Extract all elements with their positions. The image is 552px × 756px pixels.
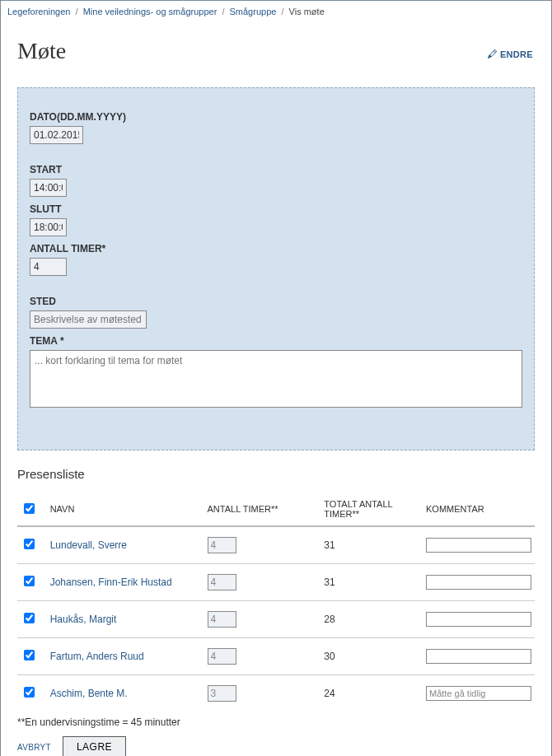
person-link[interactable]: Fartum, Anders Ruud <box>50 651 144 662</box>
breadcrumb-link-2[interactable]: Smågruppe <box>230 7 277 16</box>
table-row: Johansen, Finn-Erik Hustad31 <box>17 564 535 601</box>
table-row: Aschim, Bente M.24 <box>17 675 535 712</box>
comment-input[interactable] <box>426 575 531 590</box>
slutt-input[interactable] <box>30 218 67 236</box>
cancel-button[interactable]: AVBRYT <box>17 743 51 752</box>
col-kommentar: KOMMENTAR <box>423 491 535 526</box>
person-link[interactable]: Johansen, Finn-Erik Hustad <box>50 576 172 588</box>
total-hours: 31 <box>301 526 423 564</box>
table-row: Lundevall, Sverre31 <box>17 526 535 564</box>
breadcrumb-link-1[interactable]: Mine veilednings- og smågrupper <box>83 7 218 16</box>
row-checkbox[interactable] <box>24 650 35 660</box>
presens-heading: Presensliste <box>17 467 535 481</box>
dato-input[interactable] <box>30 126 83 144</box>
total-hours: 31 <box>301 564 423 601</box>
person-link[interactable]: Haukås, Margit <box>50 614 117 625</box>
breadcrumb-link-0[interactable]: Legeforeningen <box>7 7 70 16</box>
row-checkbox[interactable] <box>24 576 35 586</box>
person-link[interactable]: Lundevall, Sverre <box>50 539 127 551</box>
table-row: Haukås, Margit28 <box>17 601 535 638</box>
col-totalt: TOTALT ANTALL TIMER** <box>301 491 423 526</box>
edit-button-label: ENDRE <box>500 49 533 59</box>
comment-input[interactable] <box>426 649 531 664</box>
edit-button[interactable]: ENDRE <box>488 49 533 59</box>
sted-label: STED <box>30 296 522 307</box>
total-hours: 28 <box>301 601 423 638</box>
breadcrumb-sep: / <box>219 7 227 16</box>
tema-input[interactable] <box>30 350 522 408</box>
hours-input[interactable] <box>208 685 236 702</box>
hours-input[interactable] <box>208 537 236 553</box>
col-antall: ANTALL TIMER** <box>204 491 302 526</box>
select-all-checkbox[interactable] <box>24 503 35 514</box>
dato-label: DATO(DD.MM.YYYY) <box>30 111 522 123</box>
breadcrumb-sep: / <box>73 7 81 16</box>
sted-input[interactable] <box>30 310 147 329</box>
pencil-icon <box>488 49 497 58</box>
table-row: Fartum, Anders Ruud30 <box>17 638 535 675</box>
breadcrumb-sep: / <box>278 7 286 16</box>
row-checkbox[interactable] <box>24 613 35 623</box>
antall-input[interactable] <box>30 258 67 276</box>
presens-table: NAVN ANTALL TIMER** TOTALT ANTALL TIMER*… <box>17 491 535 712</box>
antall-label: ANTALL TIMER* <box>30 243 522 254</box>
breadcrumb-current: Vis møte <box>289 7 325 16</box>
start-input[interactable] <box>30 179 67 197</box>
total-hours: 24 <box>301 675 423 712</box>
comment-input[interactable] <box>426 686 531 701</box>
breadcrumb: Legeforeningen / Mine veilednings- og sm… <box>1 1 551 21</box>
save-button[interactable]: LAGRE <box>63 736 126 756</box>
row-checkbox[interactable] <box>24 539 35 549</box>
col-navn: NAVN <box>47 491 204 526</box>
person-link[interactable]: Aschim, Bente M. <box>50 688 128 699</box>
row-checkbox[interactable] <box>24 687 35 698</box>
comment-input[interactable] <box>426 538 531 553</box>
start-label: START <box>30 164 522 175</box>
hours-note: **En undervisningstime = 45 minutter <box>17 712 535 736</box>
slutt-label: SLUTT <box>30 203 522 215</box>
page-title: Møte <box>17 38 66 64</box>
hours-input[interactable] <box>208 648 236 665</box>
hours-input[interactable] <box>208 611 236 628</box>
form-panel: DATO(DD.MM.YYYY) START SLUTT ANTALL TIME… <box>17 87 535 450</box>
comment-input[interactable] <box>426 612 531 627</box>
hours-input[interactable] <box>208 574 236 590</box>
total-hours: 30 <box>301 638 423 675</box>
tema-label: TEMA * <box>30 335 522 347</box>
